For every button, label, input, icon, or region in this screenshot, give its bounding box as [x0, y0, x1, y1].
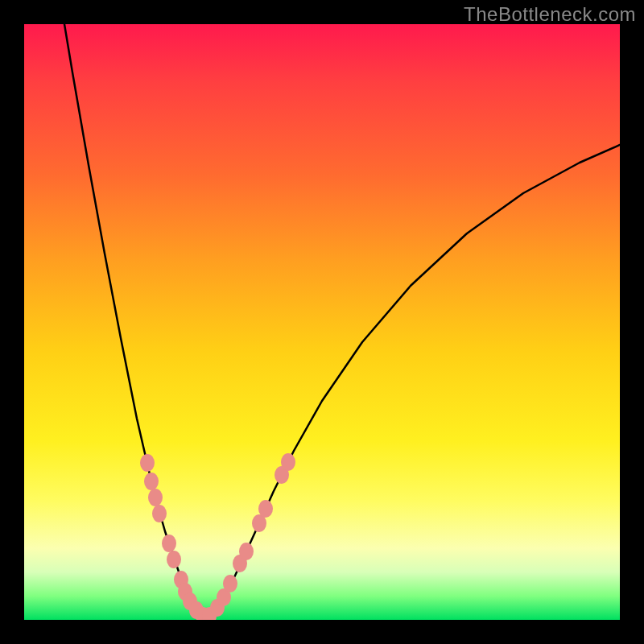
scatter-dot — [140, 454, 155, 472]
curve-right-branch — [211, 145, 620, 616]
scatter-dot — [152, 505, 167, 522]
scatter-dot — [162, 535, 176, 552]
scatter-dot — [258, 500, 273, 518]
scatter-dot — [167, 551, 181, 568]
scatter-dot — [144, 473, 159, 490]
curve-layer — [64, 24, 620, 616]
scatter-dot — [223, 575, 237, 592]
chart-plot-area — [24, 24, 620, 620]
scatter-dot — [239, 543, 254, 560]
scatter-dot — [148, 489, 163, 506]
watermark-text: TheBottleneck.com — [464, 3, 636, 26]
chart-svg — [24, 24, 620, 620]
curve-left-branch — [64, 24, 203, 616]
scatter-layer — [140, 453, 295, 620]
scatter-dot — [281, 453, 295, 471]
